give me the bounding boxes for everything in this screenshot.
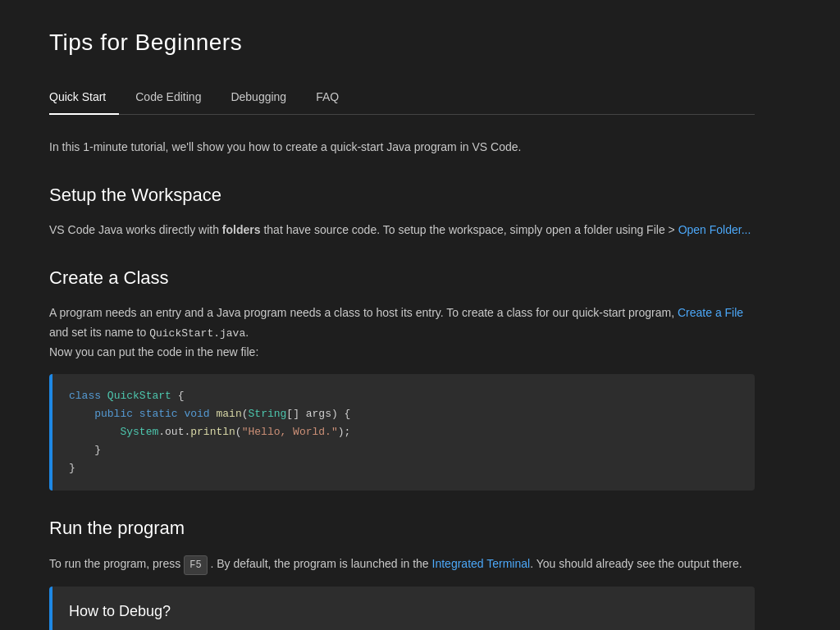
workspace-text-before-bold: VS Code Java works directly with — [49, 223, 222, 236]
code-line-4: } — [69, 441, 738, 459]
section-run-heading: Run the program — [49, 514, 755, 542]
code-line-1: class QuickStart { — [69, 387, 738, 405]
tab-debugging[interactable]: Debugging — [217, 81, 299, 114]
create-class-paragraph: A program needs an entry and a Java prog… — [49, 306, 674, 319]
tab-nav: Quick Start Code Editing Debugging FAQ — [49, 81, 755, 115]
tab-faq[interactable]: FAQ — [303, 81, 352, 114]
section-workspace: Setup the Workspace VS Code Java works d… — [49, 180, 755, 240]
debug-block-heading: How to Debug? — [69, 600, 738, 623]
main-container: Tips for Beginners Quick Start Code Edit… — [0, 0, 804, 630]
quickstart-filename: QuickStart.java — [149, 327, 245, 340]
run-text-before-key: To run the program, press — [49, 557, 180, 570]
debug-info-block: How to Debug? When you press F5 , you ar… — [49, 587, 755, 630]
section-run-text: To run the program, press F5 . By defaul… — [49, 555, 755, 575]
section-create-class: Create a Class A program needs an entry … — [49, 263, 755, 491]
section-create-class-heading: Create a Class — [49, 263, 755, 292]
section-create-class-text: A program needs an entry and a Java prog… — [49, 304, 755, 363]
integrated-terminal-link[interactable]: Integrated Terminal — [432, 557, 531, 570]
code-block: class QuickStart { public static void ma… — [49, 374, 755, 491]
run-text-after-key: . By default, the program is launched in… — [210, 557, 428, 570]
workspace-text-after-bold: that have source code. To setup the work… — [261, 223, 675, 236]
f5-key-run: F5 — [184, 555, 207, 575]
section-workspace-heading: Setup the Workspace — [49, 180, 755, 209]
page-title: Tips for Beginners — [49, 25, 755, 62]
code-line-3: System.out.println("Hello, World."); — [69, 423, 738, 441]
open-folder-link[interactable]: Open Folder... — [678, 223, 751, 236]
section-run-program: Run the program To run the program, pres… — [49, 514, 755, 630]
tab-code-editing[interactable]: Code Editing — [122, 81, 214, 114]
code-line-5: } — [69, 459, 738, 477]
intro-paragraph: In this 1-minute tutorial, we'll show yo… — [49, 138, 755, 158]
code-line-2: public static void main(String[] args) { — [69, 405, 738, 423]
workspace-bold-text: folders — [222, 223, 261, 236]
create-file-link[interactable]: Create a File — [678, 306, 743, 319]
create-class-text-end: . — [245, 326, 249, 339]
now-text: Now you can put the code in the new file… — [49, 345, 258, 358]
run-text-end: . You should already see the output ther… — [530, 557, 742, 570]
create-class-text-after-link: and set its name to — [49, 326, 146, 339]
tab-quick-start[interactable]: Quick Start — [49, 81, 119, 114]
section-workspace-text: VS Code Java works directly with folders… — [49, 221, 755, 240]
